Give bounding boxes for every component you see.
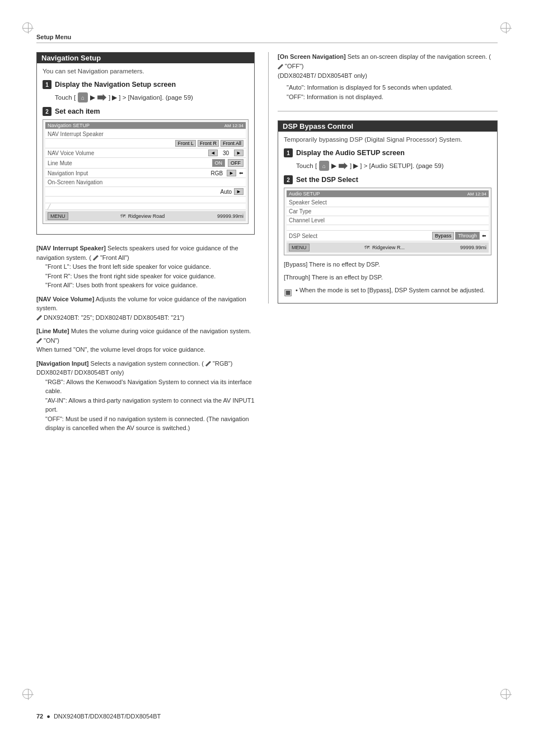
audio-screen-bottom: MENU 🗺 Ridgeview R... 99999.99mi — [287, 242, 489, 253]
dsp-bypass-subtitle: Temporarily bypassing DSP (Digital Signa… — [284, 136, 491, 143]
nav-road-name: 🗺 Ridgeview Road — [120, 213, 165, 219]
nav-setup-title: Navigation Setup — [37, 53, 254, 63]
dsp-step1-num: 1 — [284, 148, 293, 157]
desc-navinput: [Navigation Input] Selects a navigation … — [36, 359, 255, 433]
dsp-step1-instruction: Touch [ ⌂ ▶ ] ▶ ] > [Audio SETUP]. (page… — [296, 161, 491, 171]
nav-step2-num: 2 — [43, 107, 51, 116]
reg-mark-br — [500, 689, 512, 700]
dsp-step1-title: Display the Audio SETUP screen — [296, 149, 405, 157]
page-number: 72 — [36, 713, 43, 720]
audio-row-cartype: Car Type — [287, 207, 489, 216]
setup-menu-label: Setup Menu — [36, 34, 498, 43]
dsp-step1-header: 1 Display the Audio SETUP screen — [284, 148, 491, 157]
dsp-bypass-section: DSP Bypass Control Temporarily bypassing… — [278, 120, 498, 304]
dsp-note-text: When the mode is set to [Bypass], DSP Sy… — [299, 287, 485, 293]
bracket-close: ] — [109, 94, 110, 101]
on-screen-nav-section: [On Screen Navigation] Sets an on-screen… — [278, 52, 498, 102]
bypass-desc: [Bypass] There is no effect by DSP. — [284, 260, 491, 269]
nav-step1-instruction-end: ] > [Navigation]. (page 59) — [119, 94, 193, 101]
nav-step1-num: 1 — [43, 80, 51, 89]
front-l-btn[interactable]: Front L — [175, 140, 196, 147]
page-footer: 72 ● DNX9240BT/DDX8024BT/DDX8054BT — [36, 713, 161, 720]
arrow2: ▶ — [112, 94, 117, 101]
onscreen-value: Auto — [221, 189, 232, 195]
dsp-arrow1: ▶ — [331, 162, 336, 170]
desc-interrupt: [NAV Interrupt Speaker] Selects speakers… — [36, 244, 255, 290]
nav-row-input: Navigation Input RGB ► ⬅ — [45, 169, 246, 178]
nav-input-icon: ⬅ — [239, 170, 243, 176]
dsp-through-btn[interactable]: Through — [455, 232, 480, 240]
nav-row-volume: NAV Voice Volume ◄ 30 ► — [45, 148, 246, 158]
audio-row-speaker: Speaker Select — [287, 198, 489, 207]
desc-volume: [NAV Voice Volume] Adjusts the volume fo… — [36, 295, 255, 323]
front-r-btn[interactable]: Front R — [198, 140, 219, 147]
pencil-icon-3 — [36, 338, 42, 344]
pencil-icon-1 — [93, 255, 99, 261]
dsp-arrow2: ▶ — [353, 162, 358, 170]
nav-row-empty1 — [45, 197, 246, 203]
through-desc: [Through] There is an effect by DSP. — [284, 273, 491, 282]
nav-odometer: 99999.99mi — [217, 213, 243, 219]
home-icon: ⌂ — [78, 92, 88, 102]
pencil-icon-2 — [36, 315, 42, 321]
nav-screen-clock: AM 12:34 — [224, 123, 243, 128]
vol-up-btn[interactable]: ► — [234, 150, 243, 156]
bullet-sep: ● — [46, 713, 50, 720]
dsp-step2-header: 2 Set the DSP Select — [284, 175, 491, 184]
nav-desc-list: [NAV Interrupt Speaker] Selects speakers… — [36, 244, 255, 433]
nav-row-empty2: ╱ — [45, 203, 246, 210]
nav-row-onscreen-val[interactable]: Auto ► — [45, 187, 246, 197]
nav-step1-title: Display the Navigation Setup screen — [55, 81, 176, 88]
arrow1: ▶ — [90, 94, 95, 101]
nav-setup-section: Navigation Setup You can set Navigation … — [36, 52, 255, 235]
front-all-btn[interactable]: Front All — [221, 140, 243, 147]
audio-row-dsp[interactable]: DSP Select Bypass Through ⬅ — [287, 231, 489, 241]
nav-row-linemute: Line Mute ON OFF — [45, 158, 246, 169]
right-column: [On Screen Navigation] Sets an on-screen… — [268, 52, 498, 437]
audio-row-channel: Channel Level — [287, 216, 489, 225]
nav-menu-btn[interactable]: MENU — [48, 212, 68, 220]
footer-model: DNX9240BT/DDX8024BT/DDX8054BT — [54, 713, 161, 720]
desc-linemute: [Line Mute] Mutes the volume during voic… — [36, 326, 255, 354]
nav-step2-title: Set each item — [55, 108, 100, 115]
nav-screen-header-title: Navigation SETUP — [48, 123, 90, 128]
dsp-step2-title: Set the DSP Select — [296, 176, 358, 184]
note-icon: ▣ — [284, 287, 292, 297]
onscreen-btn[interactable]: ► — [234, 188, 243, 195]
home-icon-2: ⌂ — [319, 161, 329, 171]
pencil-icon-4 — [205, 361, 211, 367]
dsp-bypass-title: DSP Bypass Control — [278, 121, 497, 132]
vol-down-btn[interactable]: ◄ — [208, 150, 218, 156]
audio-road-name: 🗺 Ridgeview R... — [364, 245, 405, 250]
nav-setup-subtitle: You can set Navigation parameters. — [43, 68, 249, 74]
pencil-icon-5 — [278, 64, 283, 69]
nav-input-value: RGB — [210, 170, 223, 176]
nav-step2-header: 2 Set each item — [43, 107, 249, 116]
dsp-step2-num: 2 — [284, 175, 293, 184]
divider-1 — [278, 111, 498, 111]
arrow-icon-1 — [97, 94, 106, 101]
vol-value: 30 — [223, 150, 229, 156]
reg-mark-bl — [22, 689, 34, 700]
dsp-step1-instruction-end: ] > [Audio SETUP]. (page 59) — [360, 162, 443, 169]
nav-row-onscreen: On-Screen Navigation — [45, 178, 246, 187]
line-mute-on-btn[interactable]: ON — [212, 159, 226, 167]
nav-step1-instruction: Touch [ ⌂ ▶ ] ▶ ] > [Navigation]. (page … — [55, 92, 249, 102]
left-column: Navigation Setup You can set Navigation … — [36, 52, 255, 437]
nav-step1-header: 1 Display the Navigation Setup screen — [43, 80, 249, 89]
reg-mark-tl — [22, 22, 34, 34]
right-column-inner: [On Screen Navigation] Sets an on-screen… — [268, 52, 498, 304]
dsp-note-box: ▣ • When the mode is set to [Bypass], DS… — [284, 287, 491, 297]
nav-input-btn[interactable]: ► — [227, 170, 236, 176]
nav-screen-bottom: MENU 🗺 Ridgeview Road 99999.99mi — [45, 211, 246, 221]
dsp-select-icon: ⬅ — [482, 233, 486, 239]
nav-row-interrupt-btns[interactable]: Front L Front R Front All — [45, 139, 246, 148]
dsp-bracket: ] — [350, 162, 352, 169]
nav-row-interrupt: NAV Interrupt Speaker — [45, 130, 246, 139]
audio-menu-btn[interactable]: MENU — [289, 244, 310, 251]
arrow-icon-2 — [339, 162, 348, 169]
audio-screen-header-title: Audio SETUP — [289, 191, 320, 197]
dsp-bypass-btn[interactable]: Bypass — [432, 232, 455, 240]
line-mute-off-btn[interactable]: OFF — [228, 159, 243, 167]
audio-row-empty — [287, 225, 489, 231]
